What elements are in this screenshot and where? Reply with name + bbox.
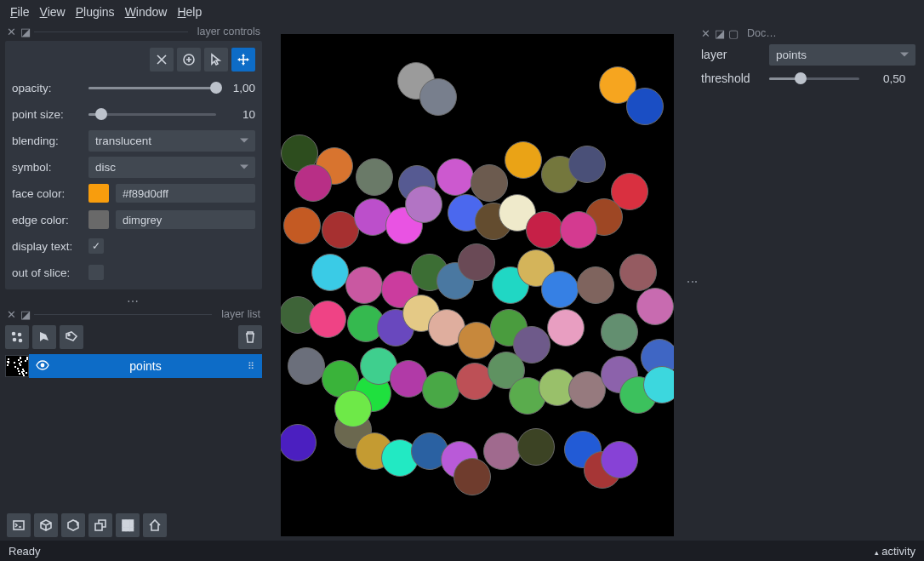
canvas-point[interactable] [453,458,491,495]
canvas-point[interactable] [547,309,585,346]
right-dock-title: Doc… [742,27,777,39]
symbol-select[interactable]: disc [88,157,255,178]
console-button[interactable] [7,513,31,537]
viewer-canvas[interactable] [281,34,674,536]
new-shapes-layer-button[interactable] [32,325,56,349]
canvas-point[interactable] [281,424,317,461]
canvas-point[interactable] [483,432,521,470]
canvas-point[interactable] [643,366,674,404]
display-text-checkbox[interactable] [88,238,104,254]
out-of-slice-checkbox[interactable] [88,265,104,280]
delete-layer-button[interactable] [238,325,262,349]
canvas-point[interactable] [334,390,372,427]
canvas-point[interactable] [345,266,383,304]
canvas-point[interactable] [577,266,614,304]
face-color-input[interactable]: #f89d0dff [116,184,255,203]
opacity-value: 1,00 [223,82,255,94]
status-ready: Ready [9,545,41,558]
svg-rect-18 [123,524,126,528]
eye-icon[interactable] [36,358,49,375]
opacity-slider[interactable] [88,81,216,94]
grip-icon[interactable]: ⠿ [248,361,255,372]
out-of-slice-label: out of slice: [12,266,82,279]
svg-rect-13 [14,521,24,530]
panel-separator[interactable]: ⋯ [0,295,267,306]
activity-button[interactable]: ▴activity [875,545,915,558]
close-icon[interactable]: ✕ [701,29,710,38]
new-labels-layer-button[interactable] [60,325,83,349]
close-icon[interactable]: ✕ [7,310,16,319]
svg-rect-16 [127,520,130,524]
layer-select[interactable]: points [769,44,915,66]
point-size-value: 10 [223,108,255,121]
select-points-button[interactable] [204,48,228,72]
delete-points-button[interactable] [150,48,174,72]
svg-rect-17 [130,520,134,524]
canvas-point[interactable] [626,88,664,125]
face-color-swatch[interactable] [88,184,109,203]
hide-icon[interactable]: ▢ [728,29,738,38]
svg-point-10 [20,340,22,342]
canvas-point[interactable] [419,78,457,116]
canvas-point[interactable] [601,313,638,351]
layer-list-header: ✕ ◪ layer list [0,306,267,322]
canvas-point[interactable] [309,301,346,338]
canvas-point[interactable] [517,428,555,466]
menu-window[interactable]: Window [122,3,171,20]
canvas-point[interactable] [541,271,579,308]
layer-controls-panel: opacity: 1,00 point size: 10 blending: t… [5,41,262,289]
blending-select[interactable]: translucent [88,130,255,152]
float-icon[interactable]: ◪ [20,27,30,37]
layer-select-label: layer [701,48,762,61]
canvas-point[interactable] [356,158,393,196]
canvas-point[interactable] [311,254,349,291]
svg-rect-15 [123,520,126,524]
edge-color-input[interactable]: dimgrey [116,210,255,229]
menu-plugins[interactable]: Plugins [72,3,118,20]
canvas-point[interactable] [458,243,495,281]
left-dock: ✕ ◪ layer controls opacity: 1,00 point s… [0,24,267,541]
canvas-point[interactable] [619,254,657,291]
canvas-point[interactable] [422,371,459,409]
add-points-button[interactable] [177,48,201,72]
float-icon[interactable]: ◪ [20,310,30,319]
transpose-button[interactable] [88,513,112,537]
svg-point-9 [14,339,16,341]
layer-controls-title: layer controls [192,26,260,37]
close-icon[interactable]: ✕ [7,27,16,37]
menu-file[interactable]: File [7,3,33,20]
svg-point-11 [68,335,70,336]
new-points-layer-button[interactable] [5,325,29,349]
svg-rect-21 [123,528,126,531]
layer-row-points[interactable]: points ⠿ [5,354,262,378]
canvas-point[interactable] [436,158,474,196]
float-icon[interactable]: ◪ [715,29,724,38]
canvas-point[interactable] [636,288,674,325]
ndisplay-button[interactable] [34,513,58,537]
canvas-point[interactable] [560,211,597,249]
canvas-point[interactable] [601,441,638,478]
point-size-slider[interactable] [88,107,216,121]
viewer-toolbar [0,510,267,541]
edge-color-swatch[interactable] [88,210,109,229]
pan-zoom-button[interactable] [231,48,255,72]
grid-button[interactable] [116,513,140,537]
layer-controls-header: ✕ ◪ layer controls [0,24,267,39]
threshold-value: 0,50 [866,72,905,85]
canvas-point[interactable] [283,207,321,244]
threshold-slider[interactable] [769,72,859,85]
canvas-point[interactable] [526,211,563,249]
point-size-label: point size: [12,108,82,121]
menu-view[interactable]: View [37,3,69,20]
svg-rect-22 [127,528,130,531]
roll-dims-button[interactable] [61,513,85,537]
canvas-point[interactable] [288,347,325,385]
canvas-point[interactable] [294,164,332,202]
home-button[interactable] [143,513,167,537]
canvas-point[interactable] [568,146,606,183]
menu-help[interactable]: Help [174,3,205,20]
symbol-label: symbol: [12,161,82,174]
splitter-handle[interactable]: ⋮ [687,276,698,289]
canvas-point[interactable] [505,141,542,179]
canvas-point[interactable] [405,186,442,223]
